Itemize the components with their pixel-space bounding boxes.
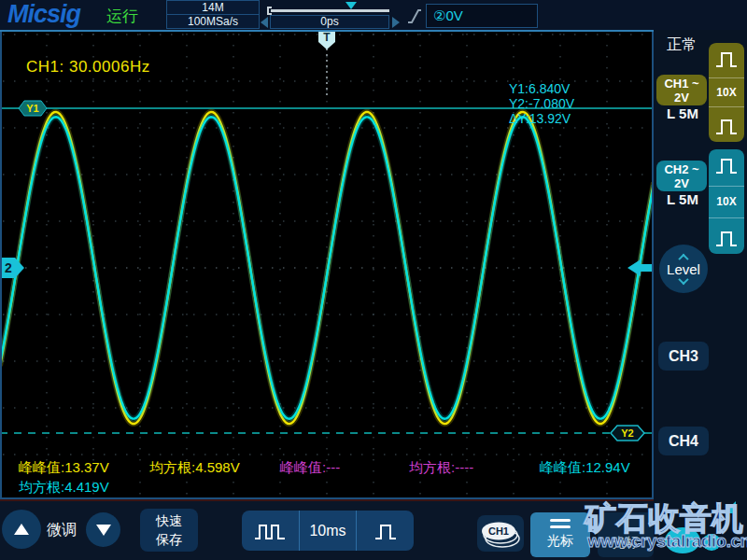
cursor-menu-button-secondary[interactable]: 光标: [598, 512, 654, 557]
trigger-position-marker-icon[interactable]: [345, 2, 357, 9]
cursor-delta-value: ΔY:13.92V: [509, 111, 574, 126]
double-pulse-icon: [254, 520, 286, 542]
cursor-readout: Y1:6.840V Y2:-7.080V ΔY:13.92V: [509, 81, 574, 126]
timebase-expand-button[interactable]: [242, 511, 299, 551]
pulse-icon: [714, 154, 739, 176]
fine-tune-label: 微调: [47, 521, 77, 540]
acquisition-info-box[interactable]: 14M 100MSa/s: [166, 0, 260, 29]
measurement-row-1: 峰峰值:13.37V均方根:4.598V峰峰值:---均方根:----峰峰值:1…: [0, 459, 654, 475]
measurement-value: 均方根:4.419V: [19, 479, 109, 497]
cursor-y2-tag[interactable]: Y2: [611, 426, 644, 441]
trigger-position-readout[interactable]: 0ps: [270, 15, 389, 29]
bottom-toolbar: 微调 快速 保存 10ms: [0, 499, 654, 560]
sample-rate: 100MSa/s: [167, 15, 259, 28]
pulse-icon: [714, 48, 739, 70]
trigger-mode-label: 正常: [667, 35, 697, 55]
pulse-icon: [714, 227, 739, 249]
pulse-icon: [374, 520, 398, 542]
measurement-value: 峰峰值:12.94V: [540, 459, 630, 477]
cursor-y1-value: Y1:6.840V: [509, 81, 574, 96]
ch1-probe-ratio: 10X: [716, 86, 736, 99]
trigger-position-right-arrow-icon[interactable]: [392, 17, 400, 28]
ch2-button[interactable]: CH2 ~ 2V: [656, 161, 707, 191]
timebase-group: 10ms: [242, 511, 414, 551]
right-panel: 正常 CH1 ~ 2V 10X L 5M CH2 ~ 2V 10X: [654, 30, 747, 560]
cursor-y2-value: Y2:-7.080V: [509, 96, 574, 111]
ch2-bandwidth-label: L 5M: [659, 191, 706, 207]
ch2-probe-ratio: 10X: [716, 195, 736, 208]
measurement-value: 均方根:4.598V: [149, 459, 240, 477]
menu-bar-icon: [550, 519, 571, 522]
divider: [709, 106, 744, 107]
ch2-probe-button[interactable]: 10X: [709, 149, 744, 254]
svg-text:T: T: [323, 31, 331, 44]
trigger-level-arrow[interactable]: [627, 259, 654, 276]
ch1-probe-button[interactable]: 10X: [709, 43, 744, 142]
pulse-icon: [714, 115, 739, 137]
fine-down-button[interactable]: [86, 512, 120, 547]
trigger-position-left-arrow-icon[interactable]: [261, 17, 268, 28]
divider: [709, 217, 744, 218]
svg-text:CH1: CH1: [488, 525, 509, 537]
channel-stack-icon: CH1: [479, 518, 522, 549]
level-button[interactable]: Level: [659, 245, 708, 293]
menu-bar-icon: [550, 525, 571, 528]
brand-logo: Micsig: [7, 0, 80, 29]
triangle-up-icon: [14, 524, 29, 535]
measurement-value: 峰峰值:---: [280, 459, 340, 477]
waveform-traces: [0, 112, 654, 424]
memory-depth: 14M: [167, 1, 259, 14]
measurement-value: 峰峰值:13.37V: [19, 459, 109, 477]
fine-up-button[interactable]: [2, 510, 41, 549]
divider: [709, 186, 744, 187]
svg-text:Y2: Y2: [621, 427, 633, 439]
ch4-button[interactable]: CH4: [658, 427, 709, 455]
top-bar: Micsig 运行 14M 100MSa/s 0ps ②0V: [0, 0, 747, 30]
cursor-menu-button[interactable]: 光标: [530, 512, 590, 557]
oscilloscope-app: Micsig 运行 14M 100MSa/s 0ps ②0V Y1: [0, 0, 747, 560]
run-status[interactable]: 运行: [106, 6, 138, 27]
svg-text:Y1: Y1: [26, 103, 38, 114]
measurement-row-2: 均方根:4.419V: [0, 479, 654, 495]
trigger-position-slider[interactable]: [271, 9, 389, 12]
trigger-time-marker[interactable]: T: [318, 31, 335, 99]
quick-save-button[interactable]: 快速 保存: [140, 509, 198, 552]
ch1-bandwidth-label: L 5M: [659, 105, 706, 121]
cursor-y1-tag[interactable]: Y1: [19, 101, 47, 116]
svg-text:2: 2: [5, 260, 12, 275]
ch3-button[interactable]: CH3: [658, 342, 709, 371]
triangle-down-icon: [96, 525, 111, 536]
timebase-compress-button[interactable]: [356, 511, 414, 551]
divider: [709, 77, 744, 78]
active-channel-badge[interactable]: CH1: [477, 515, 524, 552]
ch1-button[interactable]: CH1 ~ 2V: [656, 75, 707, 105]
freq-readout: CH1: 30.0006Hz: [26, 58, 150, 77]
trigger-slope-icon[interactable]: [407, 7, 422, 24]
measurement-value: 均方根:----: [409, 459, 473, 477]
timebase-value[interactable]: 10ms: [299, 511, 357, 551]
waveform-display[interactable]: Y1 Y2 2 T CH1: 30.0006Hz Y1:6.840V: [0, 30, 654, 499]
trigger-level-readout[interactable]: ②0V: [426, 4, 538, 28]
